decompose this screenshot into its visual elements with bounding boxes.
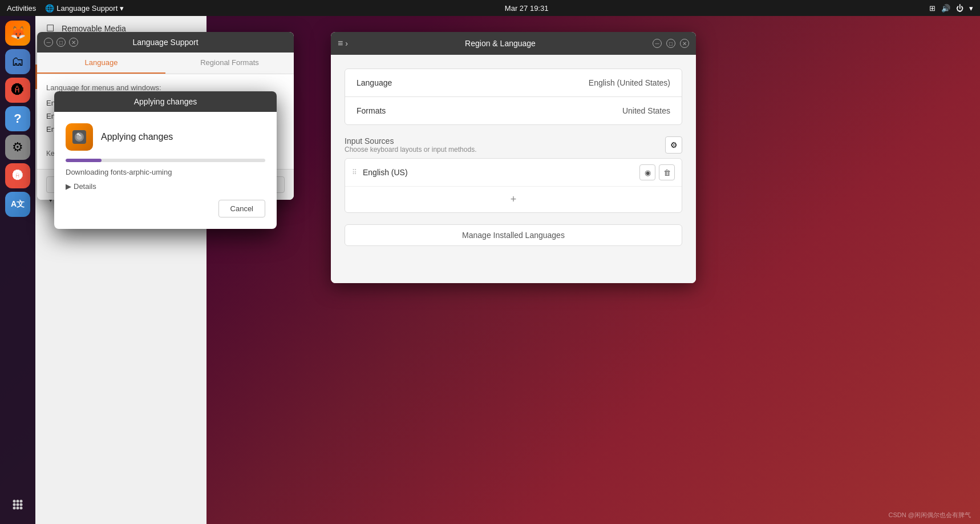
applying-dialog-titlebar: Applying changes (54, 91, 277, 112)
preview-keyboard-button[interactable]: ◉ (639, 164, 655, 180)
cancel-button[interactable]: Cancel (218, 200, 265, 217)
files-dock-icon[interactable]: 🗂 (5, 49, 30, 74)
window-maximize-button[interactable]: □ (666, 39, 675, 48)
tab-language[interactable]: Language (37, 53, 165, 74)
applying-dialog-header: Applying changes (101, 132, 173, 142)
formats-row[interactable]: Formats United States (345, 97, 682, 124)
lang-window-close-button[interactable]: ✕ (69, 38, 78, 47)
input-sources-title: Input Sources (345, 136, 476, 146)
show-apps-button[interactable] (5, 492, 30, 517)
language-label: Language (357, 78, 392, 87)
formats-value: United States (622, 106, 670, 115)
input-sources-box: ⠿ English (US) ◉ 🗑 + (345, 158, 682, 213)
lang-window-titlebar: ─ □ ✕ Language Support (37, 32, 294, 53)
lang-section-title: Language for menus and windows: (46, 83, 285, 92)
svg-point-6 (13, 507, 16, 510)
activities-button[interactable]: Activities (7, 4, 36, 13)
svg-point-1 (17, 500, 19, 503)
svg-point-7 (17, 507, 19, 510)
svg-point-2 (20, 500, 23, 503)
details-arrow-icon: ▶ (66, 182, 71, 191)
lang-window-title: Language Support (78, 38, 253, 47)
topbar: Activities 🌐 Language Support ▾ Mar 27 1… (0, 0, 980, 16)
hamburger-menu-icon[interactable]: ≡ (338, 38, 343, 49)
lang-support-topbar-button[interactable]: 🌐 Language Support ▾ (45, 4, 124, 13)
svg-point-4 (17, 503, 19, 506)
language-row[interactable]: Language English (United States) (345, 69, 682, 97)
formats-label: Formats (357, 106, 386, 115)
applying-status-text: Downloading fonts-arphic-uming (66, 168, 265, 176)
software-dock-icon[interactable]: 🅐 (5, 163, 30, 188)
input-sources-gear-button[interactable]: ⚙ (665, 136, 682, 154)
plus-icon: + (511, 194, 517, 205)
tab-regional-formats[interactable]: Regional Formats (165, 53, 294, 74)
lang-dock-icon[interactable]: A文 (5, 192, 30, 217)
dock: 🦊 🗂 🅐 ? ⚙ 🅐 A文 (0, 16, 35, 524)
drag-handle-icon[interactable]: ⠿ (352, 168, 357, 176)
lang-window-minimize-button[interactable]: ─ (44, 38, 53, 47)
applying-icon (66, 123, 93, 151)
language-value: English (United States) (589, 78, 670, 87)
region-window-titlebar: ≡ › Region & Language ─ □ ✕ (331, 32, 696, 55)
svg-point-5 (20, 503, 23, 506)
applying-dialog-title: Applying changes (134, 97, 197, 106)
lang-window-maximize-button[interactable]: □ (56, 38, 66, 47)
power-icon[interactable]: ⏻ (956, 4, 963, 13)
add-input-source-button[interactable]: + (345, 187, 682, 212)
applying-changes-dialog: Applying changes Applying changes Downlo… (54, 91, 277, 229)
details-label: Details (74, 182, 96, 191)
language-formats-box: Language English (United States) Formats… (345, 68, 682, 125)
svg-point-3 (13, 503, 16, 506)
applying-dialog-body: Applying changes Downloading fonts-arphi… (54, 112, 277, 229)
firefox-dock-icon[interactable]: 🦊 (5, 21, 30, 46)
details-toggle[interactable]: ▶ Details (66, 182, 265, 191)
input-source-name: English (US) (363, 168, 634, 177)
manage-installed-languages-button[interactable]: Manage Installed Languages (345, 224, 682, 246)
globe-icon: 🌐 (45, 4, 54, 13)
input-sources-section: Input Sources Choose keyboard layouts or… (345, 136, 682, 213)
progress-bar (66, 159, 265, 162)
remove-input-source-button[interactable]: 🗑 (659, 164, 675, 180)
window-minimize-button[interactable]: ─ (653, 39, 662, 48)
region-window-title: Region & Language (348, 39, 653, 48)
region-language-window: ≡ › Region & Language ─ □ ✕ Language Eng… (331, 32, 696, 283)
progress-bar-fill (66, 159, 102, 162)
appstore-dock-icon[interactable]: 🅐 (5, 78, 30, 103)
window-close-button[interactable]: ✕ (680, 39, 689, 48)
input-source-english-us-row: ⠿ English (US) ◉ 🗑 (345, 159, 682, 187)
bottom-hint: CSDN @闲闲偶尔也会有脾气 (889, 511, 971, 519)
volume-icon[interactable]: 🔊 (941, 4, 950, 13)
datetime-label: Mar 27 19:31 (505, 4, 549, 13)
help-dock-icon[interactable]: ? (5, 106, 30, 131)
input-sources-subtitle: Choose keyboard layouts or input methods… (345, 146, 476, 154)
svg-point-8 (20, 507, 23, 510)
region-main-content: Language English (United States) Formats… (331, 55, 696, 283)
system-menu-arrow[interactable]: ▾ (969, 4, 973, 13)
svg-point-0 (13, 500, 16, 503)
settings-dock-icon[interactable]: ⚙ (5, 135, 30, 160)
grid-icon[interactable]: ⊞ (929, 4, 936, 13)
lang-tabs: Language Regional Formats (37, 53, 294, 74)
